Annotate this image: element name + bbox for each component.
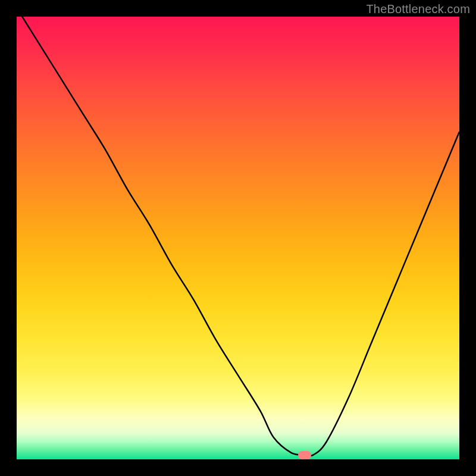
bottleneck-chart: TheBottleneck.com [0,0,476,476]
watermark-text: TheBottleneck.com [366,2,470,16]
curve-svg [17,17,459,459]
plot-area [17,17,459,459]
bottleneck-curve-path [17,17,459,456]
optimal-marker [298,451,311,459]
